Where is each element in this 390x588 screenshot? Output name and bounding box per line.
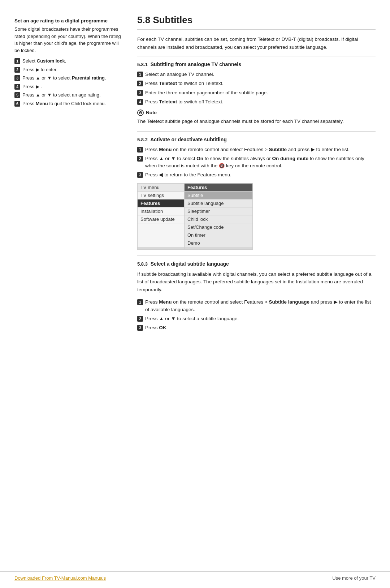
menu-right-cell: Set/Change code	[185, 223, 253, 231]
subsection-583-num: 5.8.3	[137, 261, 148, 267]
menu-row-3: Installation Sleeptimer	[138, 207, 253, 215]
note-text: The Teletext subtitle page of analogue c…	[137, 118, 376, 125]
menu-row-4: Software update Child lock	[138, 215, 253, 223]
step-581-1: 1Select an analogue TV channel.	[137, 71, 376, 78]
menu-left-cell: Software update	[138, 215, 185, 223]
left-step-2: 2Press ▶ to enter.	[14, 66, 123, 73]
footer-right-text: Use more of your TV	[332, 575, 376, 581]
step-581-2: 2Press Teletext to switch on Teletext.	[137, 80, 376, 87]
menu-row-6: On timer	[138, 231, 253, 239]
left-step-6: 6Press Menu to quit the Child lock menu.	[14, 100, 123, 107]
step-583-2: 2 Press ▲ or ▼ to select a subtitle lang…	[137, 315, 376, 322]
subsection-581-steps: 1Select an analogue TV channel. 2Press T…	[137, 71, 376, 106]
subsection-581-title: 5.8.1 Subtitling from analogue TV channe…	[137, 61, 376, 67]
step-num: 1	[14, 58, 20, 64]
step-text: Press Teletext to switch on Teletext.	[145, 80, 376, 87]
left-step-4: 4Press ▶ .	[14, 83, 123, 90]
subsection-581-num: 5.8.1	[137, 62, 148, 67]
step-582-3: 3 Press ◀ to return to the Features menu…	[137, 171, 376, 179]
right-intro: For each TV channel, subtitles can be se…	[137, 35, 376, 51]
step-581-4: 4Press Teletext to switch off Teletext.	[137, 98, 376, 106]
subsection-582: 5.8.2 Activate or deactivate subtitling …	[137, 131, 376, 250]
step-num: 1	[137, 299, 143, 305]
footer-link[interactable]: Downloaded From TV-Manual.com Manuals	[14, 575, 106, 581]
step-num: 3	[137, 90, 143, 96]
menu-col-left-header: TV menu	[138, 183, 185, 191]
step-num: 2	[14, 67, 20, 73]
subsection-583-body: If subtitle broadcasting is available wi…	[137, 270, 376, 294]
step-num: 6	[14, 101, 20, 107]
step-text: Press ◀ to return to the Features menu.	[145, 171, 376, 179]
step-num: 3	[14, 75, 20, 81]
left-column: Set an age rating to a digital programme…	[14, 14, 123, 337]
menu-right-cell: Subtitle language	[185, 199, 253, 207]
menu-row-8	[138, 247, 253, 249]
step-text: Press ▲ or ▼ to select a subtitle langua…	[145, 315, 376, 322]
section-name: Subtitles	[153, 14, 192, 25]
step-583-1: 1 Press Menu on the remote control and s…	[137, 299, 376, 313]
step-text: Press Teletext to switch off Teletext.	[145, 98, 376, 106]
step-582-2: 2 Press ▲ or ▼ to select On to show the …	[137, 155, 376, 170]
features-menu-table: TV menu Features TV settings Subtitle Fe…	[137, 183, 253, 250]
step-num: 4	[14, 84, 20, 90]
menu-left-cell	[138, 247, 185, 249]
note-icon: ⊖	[137, 110, 144, 116]
step-583-3: 3 Press OK.	[137, 324, 376, 331]
menu-header-row: TV menu Features	[138, 183, 253, 191]
step-text: Press ▶ to enter.	[22, 66, 123, 73]
step-text: Press ▶ .	[22, 83, 123, 90]
step-582-1: 1 Press Menu on the remote control and s…	[137, 146, 376, 153]
menu-left-cell: TV settings	[138, 191, 185, 199]
page-container: Set an age rating to a digital programme…	[0, 0, 390, 359]
menu-col-right-header: Features	[185, 183, 253, 191]
note-label: Note	[146, 109, 157, 116]
section-title: 5.8 Subtitles	[137, 14, 376, 30]
step-num: 3	[137, 172, 143, 178]
subsection-583-title: 5.8.3 Select a digital subtitle language	[137, 261, 376, 267]
note-581: ⊖ Note The Teletext subtitle page of ana…	[137, 109, 376, 125]
subsection-582-num: 5.8.2	[137, 137, 148, 142]
subsection-582-title: 5.8.2 Activate or deactivate subtitling	[137, 137, 376, 142]
menu-right-cell: Child lock	[185, 215, 253, 223]
menu-right-cell: On timer	[185, 231, 253, 239]
step-num: 2	[137, 156, 143, 162]
section-number: 5.8	[137, 14, 150, 25]
step-num: 4	[137, 99, 143, 105]
left-body-text: Some digital broadcasters have their pro…	[14, 26, 123, 54]
menu-row-7: Demo	[138, 239, 253, 247]
subsection-583: 5.8.3 Select a digital subtitle language…	[137, 256, 376, 332]
left-section-title: Set an age rating to a digital programme	[14, 18, 123, 23]
subsection-582-name: Activate or deactivate subtitling	[150, 137, 227, 142]
subsection-582-steps: 1 Press Menu on the remote control and s…	[137, 146, 376, 179]
menu-right-cell: Subtitle	[185, 191, 253, 199]
left-step-1: 1Select Custom lock.	[14, 57, 123, 65]
left-step-5: 5Press ▲ or ▼ to select an age rating.	[14, 91, 123, 99]
left-step-3: 3Press ▲ or ▼ to select Parental rating.	[14, 74, 123, 82]
step-num: 1	[137, 72, 143, 77]
subsection-581: 5.8.1 Subtitling from analogue TV channe…	[137, 56, 376, 125]
right-column: 5.8 Subtitles For each TV channel, subti…	[137, 14, 376, 337]
menu-row-5: Set/Change code	[138, 223, 253, 231]
menu-right-cell: Demo	[185, 239, 253, 247]
mute-icon: 🔇	[219, 162, 225, 169]
left-steps-list: 1Select Custom lock.2Press ▶ to enter.3P…	[14, 57, 123, 107]
menu-left-cell: Installation	[138, 207, 185, 215]
menu-row-1: TV settings Subtitle	[138, 191, 253, 199]
step-text: Press ▲ or ▼ to select an age rating.	[22, 91, 123, 99]
step-text: Press Menu on the remote control and sel…	[145, 146, 376, 153]
step-text: Press Menu on the remote control and sel…	[145, 299, 376, 313]
step-text: Select an analogue TV channel.	[145, 71, 376, 78]
subsection-583-name: Select a digital subtitle language	[151, 261, 229, 267]
note-title: ⊖ Note	[137, 109, 376, 116]
step-text: Enter the three number pagenumber of the…	[145, 89, 376, 96]
step-num: 3	[137, 325, 143, 331]
menu-left-cell	[138, 239, 185, 247]
menu-left-cell	[138, 231, 185, 239]
step-text: Press ▲ or ▼ to select On to show the su…	[145, 155, 376, 170]
menu-row-2: Features Subtitle language	[138, 199, 253, 207]
menu-right-cell	[185, 247, 253, 249]
subsection-583-steps: 1 Press Menu on the remote control and s…	[137, 299, 376, 331]
step-581-3: 3Enter the three number pagenumber of th…	[137, 89, 376, 96]
step-num: 1	[137, 147, 143, 153]
step-text: Select Custom lock.	[22, 57, 123, 65]
